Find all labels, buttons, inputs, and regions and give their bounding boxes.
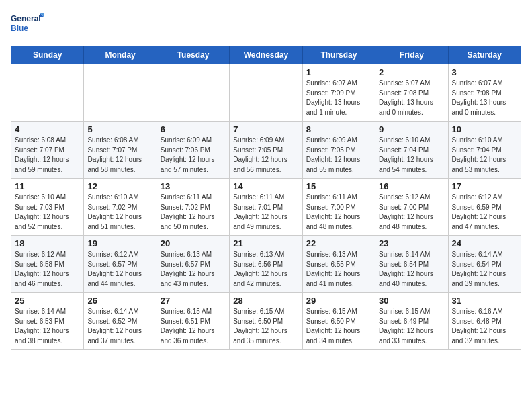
day-cell: 18Sunrise: 6:12 AMSunset: 6:58 PMDayligh…	[11, 236, 84, 293]
day-header-tuesday: Tuesday	[157, 46, 229, 64]
day-number: 9	[379, 124, 444, 134]
day-cell: 16Sunrise: 6:12 AMSunset: 7:00 PMDayligh…	[375, 179, 448, 236]
day-cell: 9Sunrise: 6:10 AMSunset: 7:04 PMDaylight…	[375, 122, 448, 179]
day-number: 11	[15, 181, 80, 191]
day-info: Sunrise: 6:14 AMSunset: 6:52 PMDaylight:…	[87, 307, 152, 346]
day-number: 18	[15, 238, 80, 248]
header-row: SundayMondayTuesdayWednesdayThursdayFrid…	[11, 46, 521, 64]
day-header-friday: Friday	[375, 46, 448, 64]
day-info: Sunrise: 6:15 AMSunset: 6:51 PMDaylight:…	[161, 307, 226, 346]
day-number: 26	[87, 295, 152, 306]
day-info: Sunrise: 6:12 AMSunset: 7:00 PMDaylight:…	[379, 193, 444, 232]
day-info: Sunrise: 6:11 AMSunset: 7:00 PMDaylight:…	[306, 193, 371, 232]
day-number: 7	[233, 124, 298, 134]
day-info: Sunrise: 6:12 AMSunset: 6:58 PMDaylight:…	[15, 250, 80, 289]
day-number: 20	[161, 238, 226, 248]
day-info: Sunrise: 6:10 AMSunset: 7:02 PMDaylight:…	[87, 193, 152, 232]
day-number: 28	[233, 295, 298, 306]
day-number: 8	[306, 124, 371, 134]
day-info: Sunrise: 6:09 AMSunset: 7:05 PMDaylight:…	[233, 136, 298, 175]
day-header-saturday: Saturday	[448, 46, 521, 64]
day-info: Sunrise: 6:15 AMSunset: 6:50 PMDaylight:…	[306, 307, 371, 346]
day-number: 25	[15, 295, 80, 306]
day-cell: 7Sunrise: 6:09 AMSunset: 7:05 PMDaylight…	[230, 122, 302, 179]
day-cell: 21Sunrise: 6:13 AMSunset: 6:56 PMDayligh…	[230, 236, 302, 293]
day-info: Sunrise: 6:08 AMSunset: 7:07 PMDaylight:…	[15, 136, 80, 175]
day-cell: 29Sunrise: 6:15 AMSunset: 6:50 PMDayligh…	[302, 293, 375, 350]
day-info: Sunrise: 6:07 AMSunset: 7:09 PMDaylight:…	[306, 79, 371, 118]
day-info: Sunrise: 6:09 AMSunset: 7:05 PMDaylight:…	[306, 136, 371, 175]
day-cell	[157, 64, 229, 122]
day-number: 4	[15, 124, 80, 134]
day-info: Sunrise: 6:14 AMSunset: 6:54 PMDaylight:…	[379, 250, 444, 289]
day-cell: 3Sunrise: 6:07 AMSunset: 7:08 PMDaylight…	[448, 64, 521, 122]
header: General Blue	[11, 11, 521, 38]
day-info: Sunrise: 6:10 AMSunset: 7:03 PMDaylight:…	[15, 193, 80, 232]
day-cell: 24Sunrise: 6:14 AMSunset: 6:54 PMDayligh…	[448, 236, 521, 293]
day-header-thursday: Thursday	[302, 46, 375, 64]
day-cell: 6Sunrise: 6:09 AMSunset: 7:06 PMDaylight…	[157, 122, 229, 179]
day-info: Sunrise: 6:13 AMSunset: 6:55 PMDaylight:…	[306, 250, 371, 289]
day-header-monday: Monday	[84, 46, 157, 64]
day-info: Sunrise: 6:15 AMSunset: 6:49 PMDaylight:…	[379, 307, 444, 346]
day-cell: 22Sunrise: 6:13 AMSunset: 6:55 PMDayligh…	[302, 236, 375, 293]
day-info: Sunrise: 6:13 AMSunset: 6:56 PMDaylight:…	[233, 250, 298, 289]
day-number: 31	[452, 295, 517, 306]
day-cell: 30Sunrise: 6:15 AMSunset: 6:49 PMDayligh…	[375, 293, 448, 350]
logo: General Blue	[11, 11, 44, 38]
day-cell: 20Sunrise: 6:13 AMSunset: 6:57 PMDayligh…	[157, 236, 229, 293]
day-cell: 5Sunrise: 6:08 AMSunset: 7:07 PMDaylight…	[84, 122, 157, 179]
day-number: 2	[379, 67, 444, 77]
day-number: 5	[87, 124, 152, 134]
svg-text:Blue: Blue	[11, 24, 28, 33]
day-number: 19	[87, 238, 152, 248]
day-info: Sunrise: 6:10 AMSunset: 7:04 PMDaylight:…	[452, 136, 517, 175]
week-row-3: 11Sunrise: 6:10 AMSunset: 7:03 PMDayligh…	[11, 179, 521, 236]
day-number: 27	[161, 295, 226, 306]
day-number: 10	[452, 124, 517, 134]
day-cell: 4Sunrise: 6:08 AMSunset: 7:07 PMDaylight…	[11, 122, 84, 179]
day-number: 15	[306, 181, 371, 191]
week-row-4: 18Sunrise: 6:12 AMSunset: 6:58 PMDayligh…	[11, 236, 521, 293]
day-number: 14	[233, 181, 298, 191]
day-info: Sunrise: 6:13 AMSunset: 6:57 PMDaylight:…	[161, 250, 226, 289]
day-info: Sunrise: 6:08 AMSunset: 7:07 PMDaylight:…	[87, 136, 152, 175]
day-info: Sunrise: 6:11 AMSunset: 7:02 PMDaylight:…	[161, 193, 226, 232]
day-cell: 11Sunrise: 6:10 AMSunset: 7:03 PMDayligh…	[11, 179, 84, 236]
day-cell: 1Sunrise: 6:07 AMSunset: 7:09 PMDaylight…	[302, 64, 375, 122]
day-info: Sunrise: 6:12 AMSunset: 6:57 PMDaylight:…	[87, 250, 152, 289]
day-cell: 25Sunrise: 6:14 AMSunset: 6:53 PMDayligh…	[11, 293, 84, 350]
day-info: Sunrise: 6:09 AMSunset: 7:06 PMDaylight:…	[161, 136, 226, 175]
day-cell	[230, 64, 302, 122]
day-number: 21	[233, 238, 298, 248]
calendar-table: SundayMondayTuesdayWednesdayThursdayFrid…	[11, 46, 521, 350]
day-cell: 17Sunrise: 6:12 AMSunset: 6:59 PMDayligh…	[448, 179, 521, 236]
day-number: 24	[452, 238, 517, 248]
day-info: Sunrise: 6:14 AMSunset: 6:53 PMDaylight:…	[15, 307, 80, 346]
day-number: 23	[379, 238, 444, 248]
day-cell: 19Sunrise: 6:12 AMSunset: 6:57 PMDayligh…	[84, 236, 157, 293]
week-row-2: 4Sunrise: 6:08 AMSunset: 7:07 PMDaylight…	[11, 122, 521, 179]
day-info: Sunrise: 6:16 AMSunset: 6:48 PMDaylight:…	[452, 307, 517, 346]
day-cell: 15Sunrise: 6:11 AMSunset: 7:00 PMDayligh…	[302, 179, 375, 236]
day-info: Sunrise: 6:11 AMSunset: 7:01 PMDaylight:…	[233, 193, 298, 232]
day-number: 22	[306, 238, 371, 248]
day-number: 3	[452, 67, 517, 77]
day-info: Sunrise: 6:07 AMSunset: 7:08 PMDaylight:…	[379, 79, 444, 118]
svg-text:General: General	[11, 14, 41, 24]
day-info: Sunrise: 6:12 AMSunset: 6:59 PMDaylight:…	[452, 193, 517, 232]
day-cell	[84, 64, 157, 122]
day-number: 16	[379, 181, 444, 191]
day-number: 13	[161, 181, 226, 191]
day-info: Sunrise: 6:10 AMSunset: 7:04 PMDaylight:…	[379, 136, 444, 175]
day-cell: 10Sunrise: 6:10 AMSunset: 7:04 PMDayligh…	[448, 122, 521, 179]
day-info: Sunrise: 6:15 AMSunset: 6:50 PMDaylight:…	[233, 307, 298, 346]
day-cell: 27Sunrise: 6:15 AMSunset: 6:51 PMDayligh…	[157, 293, 229, 350]
day-header-wednesday: Wednesday	[230, 46, 302, 64]
day-number: 1	[306, 67, 371, 77]
day-number: 29	[306, 295, 371, 306]
day-number: 30	[379, 295, 444, 306]
day-cell: 26Sunrise: 6:14 AMSunset: 6:52 PMDayligh…	[84, 293, 157, 350]
day-cell: 12Sunrise: 6:10 AMSunset: 7:02 PMDayligh…	[84, 179, 157, 236]
day-cell	[11, 64, 84, 122]
